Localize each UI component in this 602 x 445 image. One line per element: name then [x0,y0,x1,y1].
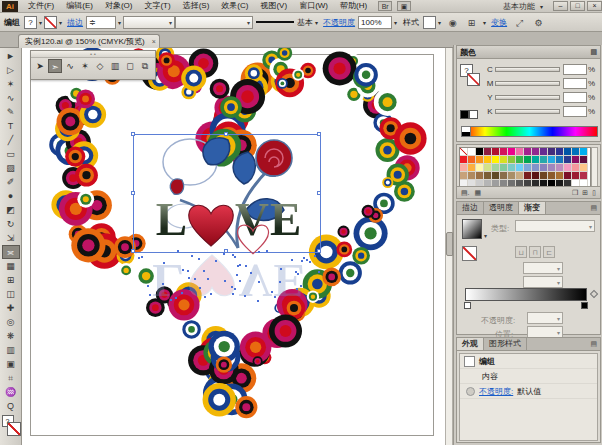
swatch[interactable] [548,172,556,180]
swatch[interactable] [484,172,492,180]
column-graph-tool-icon[interactable]: ▥ [2,343,20,357]
tab-appearance[interactable]: 外观 [457,338,484,350]
lasso-tool-icon[interactable]: ∿ [63,59,77,73]
delete-swatch-icon[interactable]: ▯ [592,189,596,197]
channel-slider[interactable] [495,109,560,114]
swatch[interactable] [484,148,492,156]
artboard-tool-icon[interactable]: ▣ [2,357,20,371]
tab-graphic-styles[interactable]: 图形样式 [484,338,527,350]
symbol-sprayer-tool-icon[interactable]: ❋ [2,329,20,343]
swatch[interactable] [524,172,532,180]
width-profile-dropdown[interactable]: ▾ [123,16,175,29]
stroke-weight-field[interactable]: ≑ [86,16,116,29]
swatch[interactable] [476,164,484,172]
swatch[interactable] [556,164,564,172]
swatch[interactable] [516,156,524,164]
shape-tool-icon[interactable]: ◇ [93,59,107,73]
gradient-aspect-field[interactable]: ▾ [523,276,563,288]
black-swatch[interactable] [460,110,469,119]
menu-0[interactable]: 文件(F) [22,0,60,12]
pen-tool-icon[interactable]: ✎ [2,105,20,119]
swatch[interactable] [508,156,516,164]
swatch[interactable] [484,164,492,172]
menu-1[interactable]: 编辑(E) [60,0,99,12]
swatch[interactable] [524,164,532,172]
maximize-button[interactable]: □ [570,1,585,11]
channel-value-field[interactable] [563,64,587,75]
swatch[interactable] [460,164,468,172]
magic-wand-tool-icon[interactable]: ✶ [78,59,92,73]
swatch[interactable] [516,172,524,180]
swatch[interactable] [540,164,548,172]
swatch[interactable] [548,164,556,172]
tab-stroke[interactable]: 描边 [457,202,484,214]
swatch-libraries-icon[interactable]: ▤. [461,189,470,197]
stroke-within-icon[interactable]: ⊔ [515,246,527,258]
swatch[interactable] [580,156,588,164]
tab-transparency[interactable]: 透明度 [484,202,519,214]
swatch[interactable] [492,148,500,156]
gradient-thumbnail[interactable] [462,219,482,239]
swatch[interactable] [500,156,508,164]
document-tab[interactable]: 实例120.ai @ 150% (CMYK/预览) × [18,34,160,48]
fill-stroke-proxy[interactable]: ? [1,415,21,437]
appearance-row-group[interactable]: 编组 [460,354,597,369]
swatch[interactable] [564,156,572,164]
style-swatch[interactable] [423,16,436,29]
menu-5[interactable]: 效果(C) [215,0,254,12]
chevron-down-icon[interactable]: ▾ [483,19,486,26]
gradient-stop-left[interactable] [464,302,471,309]
appearance-row-opacity[interactable]: 不透明度: 默认值 [460,384,597,399]
eyedropper-tool-icon[interactable]: ✚ [2,301,20,315]
swatch[interactable] [468,164,476,172]
swatch[interactable] [580,172,588,180]
swatch[interactable] [532,172,540,180]
canvas[interactable]: L VE L VE • • ➤➣∿✶◇▥◻⧉ [22,48,445,445]
isolate-icon[interactable]: ⤢ [512,15,527,29]
symbols-tool-icon[interactable]: ⧉ [138,59,152,73]
swatch[interactable] [540,156,548,164]
mesh-tool-icon[interactable]: ⊞ [2,273,20,287]
channel-value-field[interactable] [563,78,587,89]
line-segment-tool-icon[interactable]: ╱ [2,133,20,147]
stop-opacity-field[interactable]: ▾ [527,312,563,324]
swatch[interactable] [468,156,476,164]
swatch[interactable] [564,164,572,172]
love-artwork-group[interactable]: L VE L VE [110,126,342,312]
swatch[interactable] [508,172,516,180]
gradient-fill-proxy[interactable] [462,246,477,261]
floating-toolbar[interactable]: • • ➤➣∿✶◇▥◻⧉ [30,50,156,80]
eraser-tool-icon[interactable]: ◩ [2,203,20,217]
minimize-button[interactable]: – [553,1,568,11]
swatch[interactable] [548,156,556,164]
color-fill-stroke-proxy[interactable]: ? [460,64,482,94]
bridge-icon[interactable]: Br [378,1,392,11]
arrange-documents-icon[interactable]: ▣ [397,1,411,11]
appearance-row-contents[interactable]: 内容 [460,369,597,384]
opacity-link[interactable]: 不透明度 [323,17,355,28]
swatch[interactable] [540,172,548,180]
channel-slider[interactable] [495,95,560,100]
swatch[interactable] [524,156,532,164]
swatch[interactable] [548,148,556,156]
chevron-down-icon[interactable]: ▾ [394,19,397,26]
swatch[interactable] [460,172,468,180]
swatch[interactable] [572,156,580,164]
swatch[interactable] [532,156,540,164]
swatch[interactable] [556,148,564,156]
chevron-down-icon[interactable]: ▾ [438,19,441,26]
new-color-group-icon[interactable]: ⊞ [582,189,588,197]
fill-color-swatch[interactable]: ? [24,16,37,29]
swatch-options-icon[interactable]: ❐ [572,189,578,197]
tab-close-icon[interactable]: × [152,38,156,45]
selection-tool-icon[interactable]: ► [2,49,20,63]
menu-3[interactable]: 文字(T) [138,0,176,12]
panel-menu-icon[interactable]: ▤ [590,48,597,56]
zoom-tool-icon[interactable]: Q [2,399,20,413]
swatch[interactable] [476,172,484,180]
swatch[interactable] [532,164,540,172]
menu-4[interactable]: 选择(S) [177,0,216,12]
swatch[interactable] [484,156,492,164]
gradient-type-dropdown[interactable]: ▾ [515,220,595,232]
chevron-down-icon[interactable]: ▾ [39,19,42,26]
